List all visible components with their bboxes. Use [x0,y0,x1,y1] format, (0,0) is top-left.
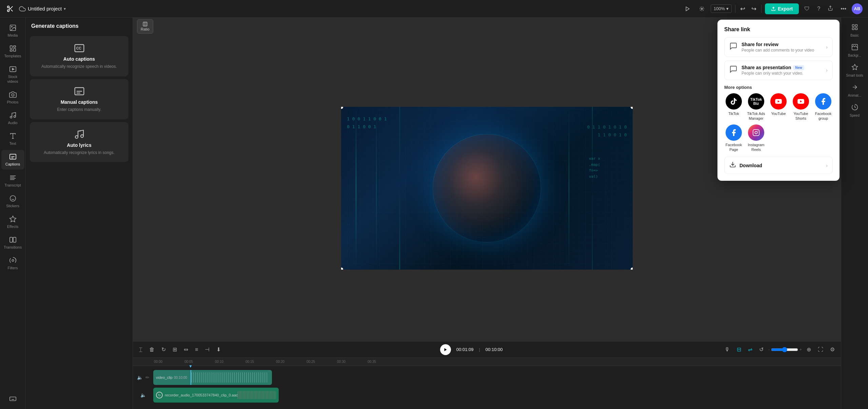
crop-button[interactable]: ⊞ [171,345,179,354]
platform-facebook-page[interactable]: Facebook Page [724,124,743,152]
magic-button[interactable] [696,5,707,13]
platform-youtube[interactable]: YouTube [769,93,788,121]
sidebar-item-stickers-label: Stickers [6,204,19,208]
platform-instagram-reels[interactable]: Instagram Reels [747,124,766,152]
video-volume-button[interactable]: 🔈 [136,374,143,381]
auto-captions-card[interactable]: CC Auto captions Automatically recognize… [30,36,129,76]
svg-marker-32 [9,216,16,222]
mic-button[interactable]: 🎙 [723,345,732,354]
timeline-play-button[interactable] [440,344,451,355]
download-label: Download [739,163,823,168]
sidebar-item-captions[interactable]: Captions [1,150,24,169]
audio-clip-label: recorder_audio_1700533747840_clip_0.aac [165,393,238,397]
trim-button[interactable]: ⊣ [203,345,212,354]
help-button[interactable]: ? [815,4,822,13]
ratio-button[interactable]: Ratio [137,19,153,34]
sidebar-item-transcript[interactable]: Transcript [1,171,24,190]
delete-button[interactable]: 🗑 [147,345,157,354]
platform-facebook-group[interactable]: Facebook group [814,93,833,121]
sidebar-item-templates[interactable]: Templates [1,42,24,61]
rp-animate-label: Animat... [848,94,861,98]
sidebar-item-keyboard[interactable] [1,392,24,406]
svg-rect-33 [9,237,12,242]
ruler-mark-3: 00:15 [245,360,275,364]
sidebar-item-transitions-label: Transitions [4,245,22,250]
sync-button[interactable]: ⇌ [746,345,754,354]
download-icon [729,161,736,170]
playhead[interactable] [191,370,191,385]
sidebar-item-stock[interactable]: Stock videos [1,62,24,86]
sidebar-item-effects[interactable]: Effects [1,212,24,232]
timeline-tracks: 🔈 ✏ video_clip 00:10:00 [133,366,841,407]
undo-button[interactable]: ↩ [739,4,747,14]
project-name-area[interactable]: Untitled project ▾ [19,5,66,12]
rp-basic[interactable]: Basic [843,21,867,40]
sidebar-item-transitions[interactable]: Transitions [1,233,24,252]
redo-button[interactable]: ↪ [750,4,758,14]
avatar[interactable]: AB [852,3,863,14]
app-logo [5,4,15,14]
rp-animate[interactable]: Animat... [843,81,867,100]
sidebar-item-audio[interactable]: Audio [1,109,24,128]
right-panel: Basic Backgr... Smart tools Animat... Sp… [841,18,868,409]
sidebar-item-text[interactable]: Text [1,129,24,149]
share-for-review-title: Share for review [742,42,822,47]
play-button[interactable] [682,5,693,13]
fullscreen-button[interactable]: ⛶ [816,345,825,354]
facebook-group-label: Facebook group [814,111,833,121]
zoom-minus-icon: - [768,347,770,352]
sidebar-item-filters[interactable]: Filters [1,254,24,273]
more-button[interactable]: ••• [839,4,848,13]
share-button[interactable] [826,4,835,14]
share-as-presentation-option[interactable]: Share as presentation New People can onl… [724,60,833,80]
svg-rect-50 [143,22,147,26]
platform-youtube-shorts[interactable]: YouTube Shorts [791,93,810,121]
settings-button[interactable]: ⚙ [828,345,837,354]
audio-clip[interactable]: ↻ recorder_audio_1700533747840_clip_0.aa… [153,388,279,403]
platform-tiktok-ads[interactable]: TikTokBiz TikTok Ads Manager [747,93,766,121]
export-button[interactable]: Export [765,3,799,14]
audio-volume-button[interactable]: 🔈 [140,392,147,398]
audio-clip-icon: ↻ [156,392,163,398]
rp-background[interactable]: Backgr... [843,41,867,60]
rp-background-label: Backgr... [848,54,861,58]
templates-icon [9,44,17,53]
add-track-button[interactable]: ⊕ [805,345,813,354]
photos-icon [9,91,17,99]
share-presentation-desc: People can only watch your video. [742,71,822,76]
duplicate-button[interactable]: ↻ [159,345,168,354]
youtube-label: YouTube [771,111,786,116]
rp-speed[interactable]: Speed [843,101,867,120]
sidebar-item-photos[interactable]: Photos [1,88,24,107]
platform-tiktok[interactable]: TikTok [724,93,743,121]
sidebar-item-stickers[interactable]: Stickers [1,192,24,211]
auto-lyrics-card[interactable]: Auto lyrics Automatically recognize lyri… [30,122,129,162]
svg-point-29 [10,195,16,201]
auto-captions-desc: Automatically recognize speech in videos… [35,64,123,70]
facebook-page-icon [726,124,742,141]
align-button[interactable]: ≡ [193,345,200,354]
share-for-review-option[interactable]: Share for review People can add comments… [724,37,833,57]
manual-captions-card[interactable]: Manual captions Enter captions manually. [30,79,129,119]
rp-smart-tools[interactable]: Smart tools [843,61,867,80]
zoom-control[interactable]: 100% ▾ [711,4,732,13]
svg-rect-56 [852,28,854,30]
split-button[interactable]: ⌶ [137,345,144,354]
timeline-zoom-slider[interactable] [771,347,798,352]
video-clip[interactable]: video_clip 00:10:00 [153,370,272,385]
sidebar-item-transcript-label: Transcript [4,183,21,188]
split-timeline-button[interactable]: ⊟ [735,345,743,354]
timeline-toolbar: ⌶ 🗑 ↻ ⊞ ⇔ ≡ ⊣ ⬇ 00:01:09 | 00:10:00 🎙 ⊟ [133,342,841,358]
flip-button[interactable]: ⇔ [182,345,190,354]
loop-button[interactable]: ↺ [757,345,766,354]
text-icon [9,132,17,140]
timeline-total-time: 00:10:00 [483,347,506,352]
video-edit-button[interactable]: ✏ [145,374,150,381]
sidebar-item-media[interactable]: Media [1,21,24,40]
download-btn[interactable]: ⬇ [214,345,223,354]
shield-icon-button[interactable]: 🛡 [802,4,812,13]
handle-bottom-right[interactable] [631,268,633,270]
timeline-current-time: 00:01:09 [454,347,476,352]
download-option[interactable]: Download › [724,157,833,174]
share-presentation-text: Share as presentation New People can onl… [742,65,822,76]
